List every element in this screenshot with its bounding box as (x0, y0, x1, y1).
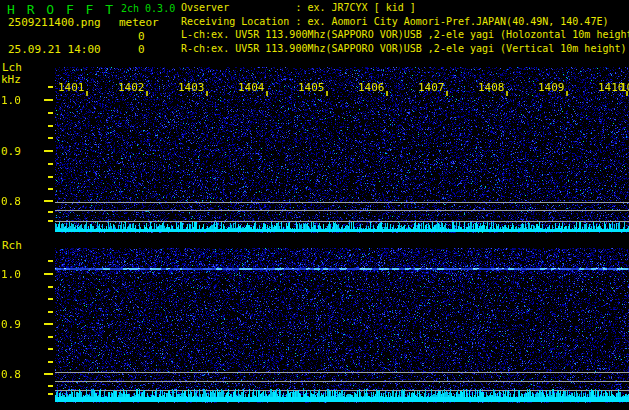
time-label-1405: 1405 (298, 81, 325, 94)
hrofft-window: H R O F F T 2ch 0.3.0 2509211400.png met… (0, 0, 629, 410)
freq-minor-tick (48, 220, 53, 222)
freq-major-tick (44, 323, 53, 325)
info-observer-line: Ovserver : ex. JR7CYX [ kid ] (181, 1, 629, 15)
freq-minor-tick (48, 361, 53, 363)
meteor-count-rch: 0 (138, 43, 145, 56)
freq-major-tick (44, 99, 53, 101)
freq-minor-tick (48, 311, 53, 313)
freq-minor-tick (48, 137, 53, 139)
minute-tick (386, 91, 388, 96)
app-title: H R O F F T (7, 2, 115, 17)
freq-major-tick (44, 373, 53, 375)
app-version: 2ch 0.3.0 (121, 3, 175, 14)
minute-tick (266, 91, 268, 96)
freq-minor-tick (48, 176, 53, 178)
freq-minor-tick (48, 298, 53, 300)
freq-label-0.8: 0.8 (1, 195, 21, 208)
freq-label-1.0: 1.0 (1, 94, 21, 107)
time-label-1407: 1407 (418, 81, 445, 94)
freq-label-0.8: 0.8 (1, 368, 21, 381)
freq-minor-tick (48, 112, 53, 114)
time-label-1402: 1402 (118, 81, 145, 94)
time-label-1401: 1401 (58, 81, 85, 94)
freq-minor-tick (48, 188, 53, 190)
freq-minor-tick (48, 86, 53, 88)
freq-minor-tick (48, 393, 53, 395)
time-label-1403: 1403 (178, 81, 205, 94)
time-label-1409: 1409 (538, 81, 565, 94)
time-label-1404: 1404 (238, 81, 265, 94)
minute-tick (206, 91, 208, 96)
time-label-1408: 1408 (478, 81, 505, 94)
minute-tick (86, 91, 88, 96)
minute-tick (326, 91, 328, 96)
freq-label-1.0: 1.0 (1, 268, 21, 281)
freq-minor-tick (48, 211, 53, 213)
meteor-count-lch: 0 (138, 30, 145, 43)
freq-major-tick (44, 273, 53, 275)
freq-minor-tick (48, 286, 53, 288)
freq-unit-label: kHz (1, 73, 21, 86)
freq-minor-tick (48, 163, 53, 165)
freq-label-0.9: 0.9 (1, 318, 21, 331)
minute-tick (506, 91, 508, 96)
meteor-count-label: meteor (119, 16, 159, 29)
freq-major-tick (44, 150, 53, 152)
time-label-clipped: 10 (620, 81, 629, 94)
output-filename: 2509211400.png (8, 16, 101, 29)
minute-tick (446, 91, 448, 96)
time-label-1406: 1406 (358, 81, 385, 94)
freq-minor-tick (48, 336, 53, 338)
freq-major-tick (44, 200, 53, 202)
freq-minor-tick (48, 348, 53, 350)
freq-minor-tick (48, 385, 53, 387)
freq-minor-tick (48, 260, 53, 262)
station-info-block: Ovserver : ex. JR7CYX [ kid ] Receiving … (181, 1, 629, 56)
minute-tick (146, 91, 148, 96)
freq-minor-tick (48, 125, 53, 127)
info-lch-setup-line: L-ch:ex. UV5R 113.900Mhz(SAPPORO VOR)USB… (181, 28, 629, 42)
minute-tick (566, 91, 568, 96)
info-location-line: Receiving Location : ex. Aomori City Aom… (181, 15, 629, 29)
freq-label-0.9: 0.9 (1, 145, 21, 158)
observation-datetime: 25.09.21 14:00 (8, 43, 101, 56)
rch-channel-label: Rch (2, 239, 22, 252)
rch-spectrogram-panel (55, 248, 629, 403)
info-rch-setup-line: R-ch:ex. UV5R 113.900Mhz(SAPPORO VOR)USB… (181, 42, 629, 56)
